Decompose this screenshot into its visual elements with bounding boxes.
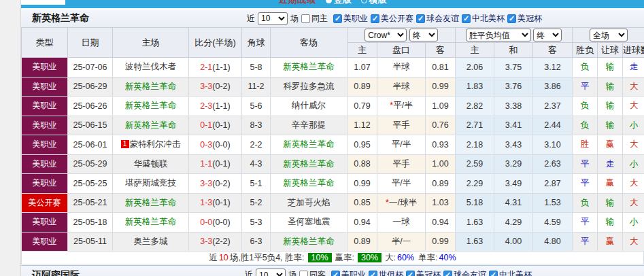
summary-near: 近: [209, 252, 218, 264]
away-team[interactable]: 圣何塞地震: [271, 213, 348, 232]
asian-home-odds: 0.94: [348, 213, 377, 232]
result-wdl: 平: [573, 154, 598, 174]
score-cell: 3-3(0-2): [189, 174, 242, 194]
league-checkbox-美冠杯[interactable]: [507, 14, 516, 23]
scope-select[interactable]: 全场: [590, 29, 628, 41]
same-home-checkbox[interactable]: [301, 14, 310, 23]
result-handicap: 赢: [598, 232, 623, 252]
footer-matches-label: 场: [288, 269, 296, 276]
away-win-odds: 4.59: [533, 213, 573, 232]
handicap-line: 平/半: [377, 174, 426, 194]
away-team[interactable]: 新英格兰革命: [271, 232, 348, 252]
home-team[interactable]: 新英格兰革命: [113, 116, 189, 135]
away-team[interactable]: 新英格兰革命: [271, 135, 348, 155]
away-team[interactable]: 新英格兰革命: [271, 58, 348, 77]
home-team[interactable]: 新英格兰革命: [113, 193, 189, 213]
summary-record: 场,胜1平5负4, 胜率:: [230, 252, 305, 264]
col-header-date: 日期: [68, 28, 113, 58]
col-header-ah-home: 主: [348, 43, 377, 58]
league-checkbox-球会友谊[interactable]: [443, 271, 452, 276]
same-away-checkbox[interactable]: [299, 271, 308, 276]
bookmaker-select[interactable]: Crow*: [365, 29, 407, 41]
corner-score: 8-3: [242, 116, 271, 135]
home-team[interactable]: 波特兰伐木者: [113, 58, 189, 77]
away-team[interactable]: 纳什威尔: [271, 97, 348, 116]
match-row: 美职业25-05-18新英格兰革命0-0(0-0)5-3圣何塞地震0.94一球0…: [22, 213, 644, 232]
league-label: 中北美杯: [499, 269, 532, 276]
league-checkbox-美职业[interactable]: [331, 271, 340, 276]
result-goals: 小: [623, 213, 644, 232]
away-team[interactable]: 新英格兰革命: [271, 154, 348, 174]
radio-vertical-layout[interactable]: 竖版: [326, 0, 352, 5]
result-goals: 大: [623, 135, 644, 155]
home-team[interactable]: 新英格兰革命: [113, 97, 189, 116]
col-header-home: 主场: [113, 28, 189, 58]
league-filter-中北美杯: 中北美杯: [489, 269, 532, 276]
result-handicap: 赢: [598, 174, 623, 194]
match-row: 美职业25-05-11奥兰多城3-3(2-2)6-3新英格兰革命0.89半/一0…: [22, 232, 644, 252]
corner-score: 4-3: [242, 154, 271, 174]
away-team[interactable]: 新英格兰革命: [271, 174, 348, 194]
league-checkbox-美冠杯[interactable]: [406, 271, 415, 276]
radio-horizontal-layout[interactable]: 横版: [361, 0, 387, 5]
handicap-line: 平手: [377, 116, 426, 135]
result-handicap: 赢: [598, 135, 623, 155]
section-title-bar: 近期战绩 竖版 横版: [21, 0, 644, 8]
away-team[interactable]: 科罗拉多急流: [271, 77, 348, 97]
radio-selected-icon: [326, 0, 332, 3]
summary-line: 近10场,胜1平5负4, 胜率: 10% 赢率: 30% 大:60% 单率:40…: [21, 252, 644, 264]
league-checkbox-美公开赛[interactable]: [371, 14, 379, 23]
league-type-cell: 美职业: [22, 116, 68, 135]
asian-home-odds: 0.88: [348, 154, 377, 174]
score-cell: 1-3(0-1): [189, 193, 242, 213]
league-checkbox-世俱杯[interactable]: [369, 271, 377, 276]
home-win-odds: 1.63: [456, 232, 494, 252]
col-header-odds-draw: 和: [494, 43, 533, 58]
corner-score: 5-3: [242, 213, 271, 232]
europe-final-select[interactable]: 终: [533, 29, 562, 41]
corner-score: 11-2: [242, 77, 271, 97]
away-team[interactable]: 芝加哥火焰: [271, 193, 348, 213]
handicap-line: *平/半: [377, 97, 426, 116]
result-wdl: 平: [573, 213, 598, 232]
europe-odds-select[interactable]: 胜平负均值: [466, 29, 531, 41]
league-checkbox-中北美杯[interactable]: [489, 271, 498, 276]
match-date: 25-05-29: [68, 154, 113, 174]
result-goals: 小: [623, 154, 644, 174]
match-row: 美职业25-06-15新英格兰革命0-1(0-1)8-3辛辛那提1.12平手0.…: [22, 116, 644, 135]
result-wdl: 平: [573, 232, 598, 252]
result-handicap: 输: [598, 116, 623, 135]
home-team[interactable]: 新英格兰革命: [113, 77, 189, 97]
bookmaker-final-select[interactable]: 终: [409, 29, 438, 41]
match-row: 美职业25-06-29新英格兰革命3-3(0-2)11-2科罗拉多急流0.89半…: [22, 77, 644, 97]
league-checkbox-中北美杯[interactable]: [462, 14, 471, 23]
asian-home-odds: 0.79: [348, 97, 377, 116]
away-win-odds: 3.12: [533, 58, 573, 77]
home-team[interactable]: 堪萨斯城竞技: [113, 174, 189, 194]
asian-home-odds: 0.89: [348, 232, 377, 252]
changed-line-star: *: [386, 198, 389, 207]
away-team[interactable]: 辛辛那提: [271, 116, 348, 135]
home-team[interactable]: 华盛顿联: [113, 154, 189, 174]
next-team-band: 迈阿密国际 近 10 场 同客 美职业世俱杯美冠杯球会友谊中北美杯: [21, 265, 644, 276]
asian-away-odds: 0.99: [426, 232, 456, 252]
home-win-odds: 5.18: [456, 193, 494, 213]
col-header-result-wdl: 胜负: [573, 43, 598, 58]
draw-odds: 3.38: [494, 97, 533, 116]
league-checkbox-球会友谊[interactable]: [416, 14, 425, 23]
league-checkbox-美职业[interactable]: [333, 14, 342, 23]
col-header-ah-away: 客: [426, 43, 456, 58]
league-label: 美冠杯: [518, 13, 542, 24]
footer-recent-count-select[interactable]: 10: [256, 269, 286, 276]
home-team[interactable]: 1蒙特利尔冲击: [113, 135, 189, 155]
same-home-checkbox-label: 同主: [301, 13, 328, 24]
profit-rate-badge: 30%: [358, 253, 382, 262]
match-row: 美职业25-05-29华盛顿联1-1(0-1)4-3新英格兰革命0.88平手1.…: [22, 154, 644, 174]
recent-count-select[interactable]: 10: [258, 12, 288, 25]
result-wdl: 负: [573, 193, 598, 213]
result-goals: 大: [623, 174, 644, 194]
home-team[interactable]: 新英格兰革命: [113, 213, 189, 232]
home-team[interactable]: 奥兰多城: [113, 232, 189, 252]
league-label: 世俱杯: [379, 269, 403, 276]
league-label: 球会友谊: [454, 269, 486, 276]
